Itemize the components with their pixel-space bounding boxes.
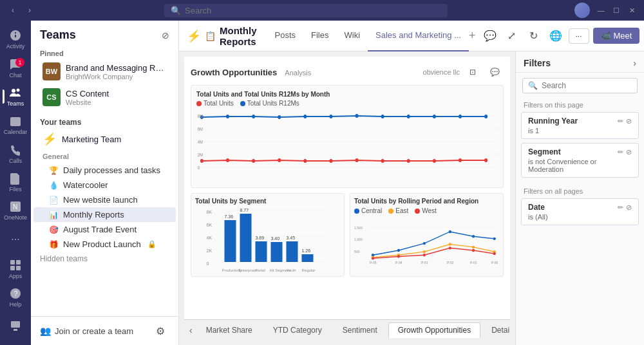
add-tab-button[interactable]: +: [469, 29, 476, 42]
filter-running-year[interactable]: Running Year ✏ ⊘ is 1: [521, 112, 639, 139]
sidebar-item-activity[interactable]: Activity: [3, 26, 28, 53]
team-item-brand[interactable]: BW Brand and Messaging Resources BrightW…: [33, 59, 176, 84]
meet-button[interactable]: 📹 Meet: [593, 28, 640, 44]
join-create-team[interactable]: 👥 Join or create a team: [40, 326, 133, 336]
legend-west-dot: [415, 209, 420, 214]
report-actions: obvience llc ⊡ 💬: [423, 63, 504, 81]
svg-text:P-05: P-05: [370, 261, 377, 265]
pbi-tab-growth[interactable]: Growth Opportunities: [388, 322, 480, 338]
user-avatar[interactable]: [574, 3, 590, 18]
svg-rect-73: [256, 241, 267, 262]
back-button[interactable]: ‹: [5, 3, 21, 18]
svg-point-0: [12, 89, 15, 93]
filter-running-year-value: is 1: [528, 127, 632, 135]
channel-item-watercooler[interactable]: 💧 Watercooler: [33, 178, 176, 192]
filter-running-year-clear[interactable]: ⊘: [626, 117, 632, 126]
refresh-button[interactable]: ↻: [525, 27, 543, 45]
pbi-prev-button[interactable]: ‹: [187, 322, 195, 338]
filter-date[interactable]: Date ✏ ⊘ is (All): [521, 198, 639, 225]
pbi-tab-sentiment[interactable]: Sentiment: [333, 322, 387, 338]
filter-segment-clear[interactable]: ⊘: [626, 148, 632, 156]
sidebar-item-help[interactable]: ? Help: [3, 284, 28, 311]
svg-rect-71: [240, 214, 252, 262]
search-bar[interactable]: 🔍: [164, 4, 448, 17]
channel-header: ⚡ 📋 Monthly Reports: [187, 25, 257, 47]
filters-search-icon: 🔍: [528, 81, 538, 90]
filter-teams-button[interactable]: ⊘: [162, 30, 169, 41]
channel-item-new-product[interactable]: 🎁 New Product Launch 🔒: [33, 237, 176, 252]
minimize-button[interactable]: —: [594, 3, 608, 17]
svg-point-111: [493, 252, 496, 255]
svg-point-108: [423, 254, 426, 256]
teams-panel: Teams ⊘ Pinned BW Brand and Messaging Re…: [31, 21, 179, 345]
globe-button[interactable]: 🌐: [547, 27, 565, 45]
filters-expand-button[interactable]: ›: [633, 58, 636, 68]
chat-icon-button[interactable]: 💬: [481, 27, 499, 45]
channel-item-daily[interactable]: 🏆 Daily processes and tasks: [33, 163, 176, 178]
svg-text:2M: 2M: [198, 152, 203, 157]
filter-running-year-edit[interactable]: ✏: [618, 117, 623, 126]
channel-name-watercooler: Watercooler: [63, 180, 108, 190]
search-input[interactable]: [185, 6, 441, 15]
bottom-charts: Total Units by Segment: [191, 193, 504, 277]
channel-item-trade[interactable]: 🎯 August Trade Event: [33, 222, 176, 237]
svg-rect-6: [16, 260, 21, 265]
meet-label: Meet: [614, 31, 632, 41]
svg-text:6M: 6M: [198, 126, 203, 131]
bar-chart-title: Total Units by Segment: [195, 198, 340, 205]
svg-text:P-01: P-01: [470, 261, 477, 265]
legend-total-units: Total Units: [196, 100, 234, 107]
filter-segment[interactable]: Segment ✏ ⊘ is not Convenience orModerat…: [521, 143, 639, 178]
channel-name-monthly-reports: Monthly Reports: [63, 210, 124, 219]
svg-point-31: [226, 158, 229, 162]
sidebar-item-calls[interactable]: Calls: [3, 140, 28, 167]
pbi-tab-details[interactable]: Details: [482, 322, 510, 338]
team-item-cs[interactable]: CS CS Content Website: [33, 85, 176, 109]
tab-files[interactable]: Files: [303, 21, 336, 51]
filter-date-edit[interactable]: ✏: [618, 203, 623, 212]
more-actions-button[interactable]: ···: [569, 28, 589, 44]
svg-point-103: [449, 243, 451, 245]
filters-panel: Filters › 🔍 Filters on this page Running…: [515, 51, 644, 345]
report-comment-button[interactable]: 💬: [486, 63, 504, 81]
tab-posts[interactable]: Posts: [267, 21, 304, 51]
meet-icon: 📹: [601, 31, 611, 41]
channel-item-website[interactable]: 📄 New website launch: [33, 192, 176, 207]
filters-search[interactable]: 🔍: [522, 78, 638, 93]
maximize-button[interactable]: ☐: [609, 3, 623, 17]
sidebar-item-chat[interactable]: 1 Chat: [3, 54, 28, 81]
svg-rect-79: [302, 254, 314, 262]
sidebar-item-teams[interactable]: Teams: [3, 83, 28, 110]
sidebar-item-files[interactable]: Files: [3, 169, 28, 196]
settings-button[interactable]: ⚙: [151, 322, 169, 340]
channel-label-general: General: [33, 150, 176, 163]
team-item-marketing[interactable]: ⚡ Marketing Team ···: [33, 129, 176, 149]
forward-button[interactable]: ›: [22, 3, 37, 18]
sidebar-item-device[interactable]: [3, 313, 28, 340]
svg-point-97: [449, 230, 451, 233]
sidebar-item-more[interactable]: ···: [3, 226, 28, 253]
powerbi-inner: Growth Opportunities Analysis obvience l…: [184, 57, 510, 340]
svg-point-29: [484, 115, 488, 118]
tab-sales-marketing[interactable]: Sales and Marketing ...: [368, 21, 469, 51]
svg-rect-7: [10, 266, 15, 270]
filters-search-input[interactable]: [542, 81, 632, 90]
filter-segment-edit[interactable]: ✏: [618, 148, 623, 156]
svg-point-39: [433, 159, 436, 163]
tab-wiki[interactable]: Wiki: [336, 21, 368, 51]
pbi-tab-ytd[interactable]: YTD Category: [263, 322, 332, 338]
svg-point-35: [329, 159, 332, 163]
filters-title: Filters: [524, 58, 551, 68]
channel-title: Monthly Reports: [220, 25, 257, 47]
expand-button[interactable]: ⤢: [503, 27, 521, 45]
channel-item-monthly-reports[interactable]: 📊 Monthly Reports: [33, 207, 176, 222]
pbi-tab-market-share[interactable]: Market Share: [196, 322, 262, 338]
sidebar-item-calendar[interactable]: Calendar: [3, 111, 28, 138]
sidebar-item-onenote[interactable]: N OneNote: [3, 197, 28, 224]
close-button[interactable]: ✕: [625, 3, 639, 17]
sidebar-item-apps[interactable]: Apps: [3, 256, 28, 283]
report-more-button[interactable]: ⊡: [464, 63, 482, 81]
svg-point-30: [200, 159, 204, 163]
filter-running-year-actions: ✏ ⊘: [618, 117, 632, 126]
filter-date-clear[interactable]: ⊘: [626, 203, 632, 212]
